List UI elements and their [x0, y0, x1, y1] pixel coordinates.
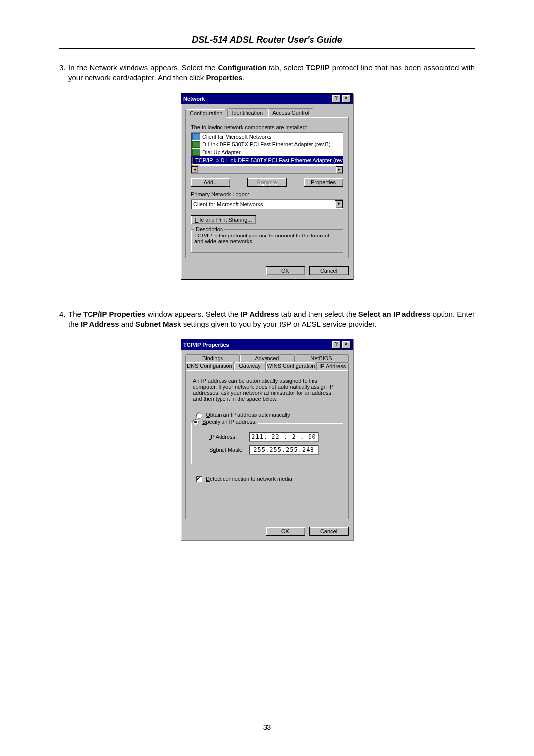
adapter-icon: [192, 141, 200, 148]
scroll-left-icon[interactable]: ◂: [191, 166, 198, 173]
network-titlebar: Network ? ×: [181, 94, 353, 104]
ip-intro-text: An IP address can be automatically assig…: [193, 378, 341, 402]
radio-specify-row[interactable]: Specify an IP address:: [192, 419, 258, 425]
protocol-icon: [192, 157, 193, 164]
cancel-button[interactable]: Cancel: [309, 527, 349, 536]
subnet-mask-input[interactable]: 255.255.255.248: [249, 445, 319, 455]
ok-button[interactable]: OK: [266, 527, 305, 536]
help-icon[interactable]: ?: [332, 95, 341, 103]
remove-button[interactable]: Remove: [247, 178, 287, 187]
ok-button[interactable]: OK: [266, 266, 305, 275]
tcpip-titlebar: TCP/IP Properties ? ×: [181, 339, 353, 350]
tab-advanced[interactable]: Advanced: [240, 354, 294, 362]
primary-logon-dropdown[interactable]: Client for Microsoft Networks ▼: [191, 199, 343, 209]
tcpip-dialog: TCP/IP Properties ? × Bindings Advanced …: [181, 339, 353, 540]
properties-button[interactable]: Properties: [304, 178, 343, 187]
scroll-right-icon[interactable]: ▸: [336, 166, 343, 173]
network-tabs: Configuration Identification Access Cont…: [185, 108, 349, 117]
list-item[interactable]: Dial-Up Adapter: [191, 148, 343, 156]
tab-netbios[interactable]: NetBIOS: [294, 354, 349, 362]
network-tabpanel: The following network components are ins…: [185, 117, 349, 258]
add-button[interactable]: Add...: [191, 178, 230, 187]
instruction-step-4: 4.The TCP/IP Properties window appears. …: [59, 309, 475, 330]
tab-identification[interactable]: Identification: [227, 108, 267, 117]
list-item[interactable]: D-Link DFE-530TX PCI Fast Ethernet Adapt…: [191, 141, 343, 148]
client-icon: [192, 133, 200, 140]
primary-logon-label: Primary Network Logon:: [191, 191, 343, 197]
ip-address-input[interactable]: 211. 22 . 2 . 90: [249, 432, 319, 442]
tab-dns[interactable]: DNS Configuration: [185, 362, 234, 370]
tcpip-tabs-row2: DNS Configuration Gateway WINS Configura…: [185, 362, 349, 370]
radio-specify[interactable]: [192, 419, 199, 425]
instruction-step-3: 3.In the Network windows appears. Select…: [59, 63, 475, 83]
network-dialog: Network ? × Configuration Identification…: [181, 93, 353, 280]
tcpip-title: TCP/IP Properties: [183, 342, 229, 348]
tcpip-tabs-row1: Bindings Advanced NetBIOS: [185, 354, 349, 362]
file-print-sharing-button[interactable]: File and Print Sharing...: [191, 215, 256, 224]
list-item-selected[interactable]: TCP/IP -> D-Link DFE-530TX PCI Fast Ethe…: [191, 156, 343, 164]
description-group: Description TCP/IP is the protocol you u…: [191, 229, 343, 253]
help-icon[interactable]: ?: [332, 341, 341, 349]
cancel-button[interactable]: Cancel: [309, 266, 349, 275]
list-item[interactable]: Client for Microsoft Networks: [191, 133, 343, 141]
horizontal-scrollbar[interactable]: ◂ ▸: [191, 166, 343, 173]
tab-configuration[interactable]: Configuration: [185, 109, 226, 118]
radio-obtain-row[interactable]: Obtain an IP address automatically: [196, 412, 343, 419]
page-header: DSL-514 ADSL Router User's Guide: [59, 35, 475, 49]
components-listbox[interactable]: Client for Microsoft Networks D-Link DFE…: [191, 132, 343, 174]
installed-label: The following network components are ins…: [191, 124, 343, 130]
detect-row[interactable]: Detect connection to network media: [196, 476, 343, 483]
close-icon[interactable]: ×: [342, 341, 351, 349]
page-number: 33: [0, 723, 534, 731]
tab-bindings[interactable]: Bindings: [185, 354, 240, 362]
ip-address-label: IP Address:: [209, 434, 249, 440]
adapter-icon: [192, 149, 200, 156]
detect-checkbox[interactable]: [196, 476, 202, 482]
description-title: Description: [194, 226, 224, 232]
tab-ipaddress[interactable]: IP Address: [316, 362, 349, 370]
subnet-mask-label: Subnet Mask:: [209, 447, 249, 453]
close-icon[interactable]: ×: [342, 95, 351, 103]
tcpip-tabpanel: An IP address can be automatically assig…: [185, 370, 349, 519]
tab-access-control[interactable]: Access Control: [268, 108, 313, 117]
description-text: TCP/IP is the protocol you use to connec…: [194, 233, 340, 249]
tab-wins[interactable]: WINS Configuration: [266, 362, 316, 370]
tab-gateway[interactable]: Gateway: [234, 362, 266, 370]
radio-obtain[interactable]: [196, 412, 202, 419]
network-title: Network: [183, 96, 205, 102]
chevron-down-icon[interactable]: ▼: [335, 200, 343, 208]
specify-group: Specify an IP address: IP Address: 211. …: [191, 423, 343, 464]
